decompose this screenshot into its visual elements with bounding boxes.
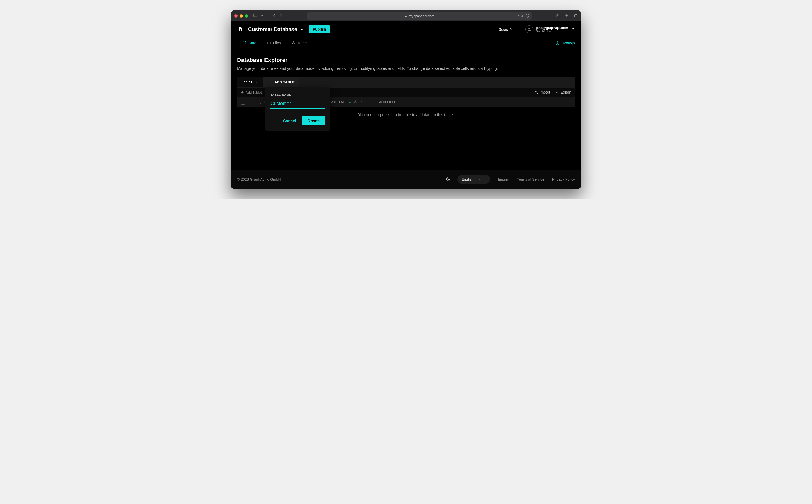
settings-link[interactable]: Settings	[555, 37, 575, 49]
svg-point-12	[557, 43, 558, 44]
svg-marker-11	[556, 41, 559, 45]
minimize-window-icon[interactable]	[240, 14, 243, 18]
nav-forward-icon[interactable]	[279, 13, 283, 19]
add-row-label: Add Table1	[246, 90, 263, 94]
browser-window: my.graphapi.com ⤷⊕ Customer Database Pub…	[231, 10, 581, 189]
svg-rect-0	[254, 14, 257, 17]
tab-model[interactable]: Model	[286, 37, 312, 49]
folder-icon	[267, 41, 271, 45]
chevron-down-icon[interactable]	[260, 13, 264, 19]
tab-files[interactable]: Files	[261, 37, 286, 49]
tab-model-label: Model	[297, 41, 307, 45]
privacy-link[interactable]: Privacy Policy	[552, 177, 575, 181]
docs-link[interactable]: Docs	[498, 27, 513, 32]
chevron-right-icon	[509, 27, 513, 31]
lock-icon	[404, 15, 407, 18]
model-icon	[291, 41, 295, 45]
moon-icon	[446, 177, 451, 181]
export-label: Export	[561, 90, 571, 94]
copyright: © 2023 GraphApi.io GmbH	[237, 177, 281, 181]
column-updated-at[interactable]: ATED AT	[331, 100, 362, 104]
sort-desc-icon[interactable]	[348, 100, 351, 104]
chevron-down-icon[interactable]	[359, 100, 362, 104]
table-tab-label: Table1	[242, 80, 252, 84]
imprint-link[interactable]: Imprint	[498, 177, 509, 181]
tab-data[interactable]: Data	[237, 37, 261, 49]
table-name-input[interactable]	[270, 100, 325, 109]
export-button[interactable]: Export	[555, 90, 571, 94]
publish-button[interactable]: Publish	[309, 25, 330, 33]
chevron-down-icon	[300, 27, 304, 31]
sidebar-toggle-icon[interactable]	[253, 13, 257, 19]
svg-rect-5	[575, 15, 577, 17]
page-subtitle: Manage your data or extend your data mod…	[237, 66, 575, 71]
url-text: my.graphapi.com	[409, 14, 435, 18]
svg-rect-21	[354, 102, 356, 103]
gear-icon	[555, 41, 560, 45]
svg-point-6	[529, 28, 530, 29]
plus-icon	[241, 91, 244, 94]
database-icon	[242, 41, 246, 45]
add-field-button[interactable]: ADD FIELD	[374, 100, 397, 104]
download-icon	[555, 90, 559, 94]
table-tab-table1[interactable]: Table1	[237, 77, 263, 87]
add-field-label: ADD FIELD	[379, 100, 397, 104]
add-table-label: ADD TABLE	[274, 80, 294, 84]
import-label: Import	[540, 90, 550, 94]
page-title: Database Explorer	[237, 57, 575, 64]
plus-icon	[374, 101, 377, 104]
tabs-overview-icon[interactable]	[574, 13, 578, 19]
svg-point-7	[243, 41, 246, 42]
reload-icon[interactable]	[525, 14, 530, 19]
chevron-down-icon	[478, 178, 481, 181]
language-label: English	[462, 177, 474, 181]
database-name: Customer Database	[248, 26, 297, 32]
lock-icon	[354, 100, 357, 104]
strip-filler	[299, 77, 575, 87]
main-content: Database Explorer Manage your data or ex…	[231, 49, 581, 170]
docs-label: Docs	[498, 27, 508, 32]
app-header: Customer Database Publish Docs jens@grap…	[231, 21, 581, 37]
theme-toggle[interactable]	[446, 177, 451, 182]
user-org: GraphApi.io	[536, 30, 568, 33]
browser-chrome: my.graphapi.com ⤷⊕	[231, 10, 581, 21]
upload-icon	[534, 90, 538, 94]
svg-point-8	[293, 41, 294, 42]
new-tab-icon[interactable]	[565, 13, 569, 19]
import-button[interactable]: Import	[534, 90, 550, 94]
nav-tabs: Data Files Model Settings	[231, 37, 581, 49]
tab-data-label: Data	[248, 41, 256, 45]
table-tab-strip: Table1 ADD TABLE	[237, 77, 575, 87]
close-window-icon[interactable]	[234, 14, 237, 18]
cancel-button[interactable]: Cancel	[279, 116, 299, 125]
user-menu[interactable]: jens@graphapi.com GraphApi.io	[525, 25, 575, 33]
column-updated-label: ATED AT	[331, 100, 345, 104]
svg-point-19	[260, 102, 261, 103]
add-table-popover: TABLE NAME Cancel Create	[265, 87, 330, 131]
add-row-button[interactable]: Add Table1	[241, 90, 263, 94]
translate-icon[interactable]: ⤷⊕	[518, 14, 523, 18]
maximize-window-icon[interactable]	[245, 14, 248, 18]
plus-icon	[268, 80, 272, 84]
share-icon[interactable]	[556, 13, 560, 19]
tab-files-label: Files	[273, 41, 281, 45]
language-select[interactable]: English	[457, 175, 490, 184]
app-footer: © 2023 GraphApi.io GmbH English Imprint …	[231, 170, 581, 189]
key-icon	[259, 101, 263, 104]
user-email: jens@graphapi.com	[536, 26, 568, 30]
home-icon[interactable]	[237, 26, 243, 33]
traffic-lights	[234, 14, 248, 18]
database-selector[interactable]: Customer Database	[248, 26, 304, 32]
select-all-checkbox[interactable]	[241, 100, 245, 105]
avatar-icon	[525, 25, 533, 33]
add-table-button[interactable]: ADD TABLE	[263, 77, 299, 87]
nav-back-icon[interactable]	[272, 13, 276, 19]
table-panel: Table1 ADD TABLE Add Table1 Import	[237, 77, 575, 127]
settings-label: Settings	[562, 41, 575, 45]
popover-field-label: TABLE NAME	[270, 93, 325, 96]
terms-link[interactable]: Terms of Service	[517, 177, 544, 181]
url-bar[interactable]: my.graphapi.com ⤷⊕	[307, 12, 532, 20]
chevron-down-icon	[255, 80, 259, 84]
create-button[interactable]: Create	[302, 116, 325, 125]
chevron-down-icon	[571, 27, 575, 32]
